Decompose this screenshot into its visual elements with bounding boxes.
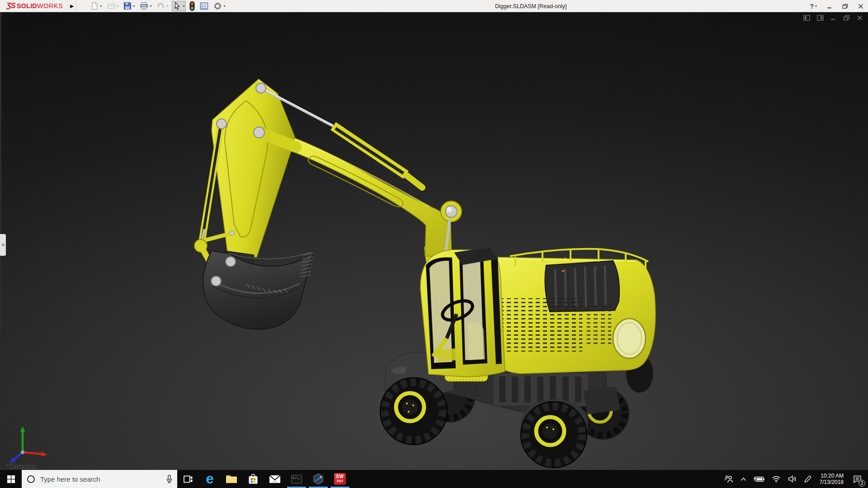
doc-close-button[interactable] [857, 15, 863, 21]
bucket [203, 251, 313, 329]
task-view-button[interactable] [177, 470, 199, 488]
document-title: Digger.SLDASM [Read-only] [495, 0, 566, 12]
taskbar-app-file-explorer[interactable] [221, 470, 242, 488]
print-icon [140, 2, 148, 10]
people-button[interactable] [721, 470, 737, 488]
x-axis-arrow [42, 452, 48, 457]
cortana-icon[interactable] [27, 475, 35, 483]
display-settings-icon [200, 2, 208, 10]
doc-restore-button[interactable] [843, 15, 850, 21]
dropdown-arrow-icon[interactable] [100, 4, 102, 8]
document-window-controls [803, 15, 863, 21]
close-icon [858, 4, 863, 9]
boom-arm[interactable] [201, 79, 462, 257]
panel-right-button[interactable] [817, 15, 824, 21]
body-vents [495, 298, 582, 352]
taskbar-app-solidworks[interactable]: SW 2017 [329, 470, 351, 488]
pen-icon [804, 475, 811, 483]
help-button[interactable]: ? [810, 3, 817, 10]
system-tray: 10:20 AM 7/13/2018 2 [721, 470, 868, 488]
notification-badge: 2 [859, 480, 865, 487]
dropdown-arrow-icon[interactable] [117, 4, 118, 8]
minimize-button[interactable] [827, 4, 832, 9]
start-button[interactable] [0, 470, 22, 488]
wifi-button[interactable] [768, 470, 784, 488]
graphics-viewport[interactable]: *Dimetric [0, 12, 868, 470]
print-button[interactable] [138, 1, 153, 11]
seat [468, 323, 485, 360]
taskbar-search[interactable] [22, 470, 177, 488]
view-orientation-label: *Dimetric [6, 463, 37, 470]
doc-minimize-button[interactable] [830, 15, 836, 21]
y-axis-arrow [20, 426, 25, 432]
options-gear-icon [213, 2, 222, 10]
wheel-front-near[interactable] [380, 378, 447, 445]
volume-button[interactable] [784, 470, 800, 488]
window-controls: ? [810, 0, 863, 12]
minimize-icon [827, 4, 832, 9]
title-bar: ƷS SOLID WORKS ▶ [0, 0, 868, 12]
wheel-rear-near[interactable] [521, 402, 587, 468]
restore-icon [842, 4, 848, 9]
quick-access-toolbar [89, 0, 229, 12]
taskbar-clock[interactable]: 10:20 AM 7/13/2018 [815, 473, 848, 485]
action-center-button[interactable]: 2 [848, 470, 866, 488]
close-button[interactable] [858, 4, 863, 9]
tray-overflow-button[interactable] [737, 470, 750, 488]
solidworks-logo: ƷS SOLID WORKS [0, 1, 67, 10]
dropdown-arrow-icon[interactable] [815, 4, 817, 8]
menu-flyout-arrow-icon[interactable]: ▶ [67, 0, 76, 12]
taskbar-app-mail[interactable] [264, 470, 286, 488]
open-icon [107, 2, 115, 10]
dropdown-arrow-icon[interactable] [166, 4, 168, 8]
windows-ink-button[interactable] [800, 470, 815, 488]
taskbar-app-store[interactable] [242, 470, 264, 488]
windows-taskbar: e C:\_ [0, 470, 868, 488]
file-explorer-icon [226, 474, 237, 484]
solidworks-2017-icon: SW 2017 [334, 473, 346, 485]
search-input[interactable] [40, 475, 166, 483]
select-button[interactable] [172, 1, 186, 11]
battery-button[interactable] [750, 470, 768, 488]
rear-panel-window [613, 319, 646, 358]
edge-icon: e [206, 473, 213, 485]
taskbar-app-edge[interactable]: e [199, 470, 221, 488]
dropdown-arrow-icon[interactable] [183, 4, 184, 8]
save-button[interactable] [122, 1, 136, 11]
undo-icon [156, 2, 165, 10]
microphone-icon[interactable] [166, 474, 173, 483]
wifi-icon [772, 476, 781, 483]
excavator-model[interactable] [0, 12, 868, 470]
options-button[interactable] [212, 1, 226, 11]
open-button[interactable] [105, 1, 120, 11]
orientation-triad [4, 424, 51, 466]
select-cursor-icon [173, 2, 181, 10]
clock-time: 10:20 AM [821, 473, 844, 479]
display-settings-button[interactable] [198, 1, 210, 11]
cab[interactable] [420, 247, 505, 377]
command-prompt-icon: C:\_ [291, 475, 302, 483]
undo-button[interactable] [155, 1, 170, 11]
dropdown-arrow-icon[interactable] [223, 4, 225, 8]
mail-icon [269, 475, 281, 483]
arm-link [212, 79, 295, 257]
taskbar-app-command-prompt[interactable]: C:\_ [286, 470, 307, 488]
dropdown-arrow-icon[interactable] [133, 4, 135, 8]
battery-charging-icon [754, 476, 764, 482]
ds-logo-icon: ƷS [6, 1, 15, 10]
store-icon [248, 474, 258, 484]
save-icon [123, 2, 132, 10]
composer-hexagon-icon [312, 473, 324, 485]
help-icon: ? [810, 3, 814, 10]
windows-logo-icon [7, 475, 15, 483]
clock-date: 7/13/2018 [820, 479, 844, 485]
new-document-button[interactable] [89, 1, 103, 11]
lift-cylinder [201, 126, 221, 244]
panel-left-button[interactable] [803, 15, 810, 21]
taskbar-app-composer[interactable] [307, 470, 329, 488]
dropdown-arrow-icon[interactable] [150, 4, 151, 8]
restore-button[interactable] [842, 4, 848, 9]
rebuild-traffic-light-icon [189, 1, 195, 11]
people-icon [724, 475, 733, 483]
rebuild-button[interactable] [188, 1, 196, 11]
